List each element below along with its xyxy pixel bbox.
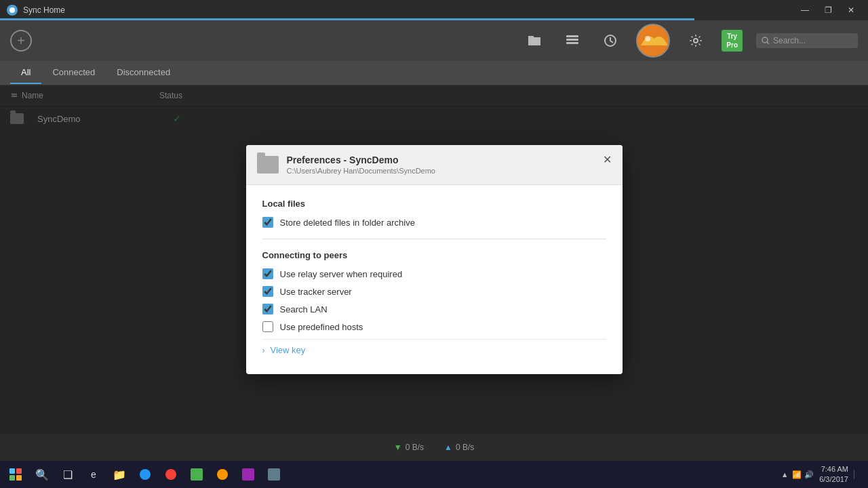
window-controls: — ❐ ✕ <box>795 3 861 17</box>
download-speed-value: 0 B/s <box>406 443 424 452</box>
checkbox-tracker-server: Use tracker server <box>262 286 606 297</box>
modal-title: Preferences - SyncDemo <box>287 155 595 165</box>
tab-all[interactable]: All <box>10 62 41 84</box>
toolbar: + Try <box>0 20 868 61</box>
tray-volume-icon[interactable]: 🔊 <box>804 470 814 479</box>
bottom-bar: ▼ 0 B/s ▲ 0 B/s <box>0 434 868 461</box>
modal-folder-icon <box>257 156 279 174</box>
search-icon <box>762 37 770 45</box>
svg-point-7 <box>694 39 698 43</box>
checkbox-search-lan: Search LAN <box>262 304 606 314</box>
svg-point-15 <box>217 469 228 480</box>
history-icon-btn[interactable] <box>598 28 623 53</box>
preferences-modal: Preferences - SyncDemo C:\Users\Aubrey H… <box>246 145 623 374</box>
settings-icon-btn[interactable] <box>684 28 708 53</box>
download-arrow-icon: ▼ <box>394 443 402 452</box>
avatar <box>636 24 670 58</box>
svg-point-12 <box>140 469 151 480</box>
modal-path: C:\Users\Aubrey Han\Documents\SyncDemo <box>287 167 595 175</box>
svg-point-0 <box>9 7 15 13</box>
modal-header: Preferences - SyncDemo C:\Users\Aubrey H… <box>246 145 623 185</box>
taskbar-app5[interactable] <box>236 462 260 487</box>
tracker-server-label: Use tracker server <box>280 287 352 297</box>
taskbar-app1[interactable] <box>133 462 157 487</box>
tab-disconnected[interactable]: Disconnected <box>106 62 181 84</box>
upload-speed: ▲ 0 B/s <box>444 443 474 452</box>
restore-button[interactable]: ❐ <box>818 3 838 17</box>
taskbar-app6[interactable] <box>262 462 286 487</box>
taskbar-app4[interactable] <box>210 462 235 487</box>
plus-icon: + <box>17 33 25 49</box>
taskbar-app2[interactable] <box>159 462 183 487</box>
relay-server-checkbox[interactable] <box>262 268 273 279</box>
view-key-label: View key <box>271 345 306 355</box>
section-divider <box>262 239 606 239</box>
download-speed: ▼ 0 B/s <box>394 443 424 452</box>
search-lan-checkbox[interactable] <box>262 304 273 314</box>
windows-icon <box>9 468 22 481</box>
svg-rect-17 <box>268 468 280 481</box>
taskbar-app3[interactable] <box>184 462 209 487</box>
tab-connected[interactable]: Connected <box>41 62 106 84</box>
taskbar-right: ▲ 📶 🔊 7:46 AM 6/3/2017 <box>780 464 865 485</box>
tray-network-icon[interactable]: 📶 <box>792 470 802 479</box>
app-title: Sync Home <box>23 5 65 15</box>
modal-close-button[interactable]: ✕ <box>603 155 612 165</box>
section-connecting-peers-heading: Connecting to peers <box>262 250 606 260</box>
tracker-server-checkbox[interactable] <box>262 286 273 297</box>
content-area: Name Status SyncDemo ✓ Preferences - Syn… <box>0 85 868 434</box>
minimize-button[interactable]: — <box>795 3 815 17</box>
folder-icon-btn[interactable] <box>522 28 547 53</box>
svg-point-13 <box>165 469 176 480</box>
svg-point-6 <box>645 36 650 41</box>
tabs: All Connected Disconnected <box>0 61 868 85</box>
add-button[interactable]: + <box>10 30 32 52</box>
show-desktop-btn[interactable] <box>854 470 859 479</box>
taskbar-explorer[interactable]: 📁 <box>107 462 132 487</box>
upload-arrow-icon: ▲ <box>444 443 452 452</box>
app-icon <box>7 5 18 16</box>
checkbox-predefined-hosts: Use predefined hosts <box>262 321 606 332</box>
relay-server-label: Use relay server when required <box>280 269 403 279</box>
tray-icon-1[interactable]: ▲ <box>780 470 789 479</box>
taskbar-task-view[interactable]: ❑ <box>56 462 80 487</box>
toolbar-icons: Try Pro <box>522 24 743 58</box>
predefined-hosts-checkbox[interactable] <box>262 321 273 332</box>
search-lan-label: Search LAN <box>280 304 328 314</box>
close-button[interactable]: ✕ <box>841 3 861 17</box>
start-button[interactable] <box>3 462 28 487</box>
chevron-right-icon: › <box>262 346 265 355</box>
svg-rect-14 <box>191 468 203 481</box>
checkbox-relay-server: Use relay server when required <box>262 268 606 279</box>
section-local-files-heading: Local files <box>262 199 606 209</box>
upload-speed-value: 0 B/s <box>456 443 474 452</box>
title-bar: Sync Home — ❐ ✕ <box>0 0 868 20</box>
feed-icon-btn[interactable] <box>560 28 585 53</box>
store-deleted-checkbox[interactable] <box>262 217 273 228</box>
system-tray: ▲ 📶 🔊 <box>780 470 814 479</box>
modal-header-text: Preferences - SyncDemo C:\Users\Aubrey H… <box>287 155 595 175</box>
search-input[interactable] <box>773 36 841 45</box>
try-pro-badge[interactable]: Try Pro <box>722 30 743 52</box>
modal-overlay: Preferences - SyncDemo C:\Users\Aubrey H… <box>0 85 868 434</box>
taskbar-edge[interactable]: e <box>81 462 106 487</box>
clock-date: 6/3/2017 <box>819 474 848 485</box>
svg-point-8 <box>762 37 768 43</box>
store-deleted-label: Store deleted files in folder archive <box>280 218 415 228</box>
clock[interactable]: 7:46 AM 6/3/2017 <box>819 464 848 485</box>
clock-time: 7:46 AM <box>819 464 848 474</box>
svg-rect-3 <box>566 42 578 44</box>
app-area: + Try <box>0 20 868 461</box>
svg-rect-1 <box>566 35 578 37</box>
checkbox-store-deleted: Store deleted files in folder archive <box>262 217 606 228</box>
progress-bar <box>0 18 694 20</box>
svg-rect-16 <box>242 468 254 481</box>
taskbar-search[interactable]: 🔍 <box>30 462 54 487</box>
svg-line-9 <box>767 42 769 44</box>
taskbar: 🔍 ❑ e 📁 ▲ 📶 🔊 7:46 AM 6/3/2017 <box>0 461 868 488</box>
search-box[interactable] <box>756 33 858 48</box>
view-key-row[interactable]: › View key <box>262 339 606 361</box>
svg-rect-2 <box>566 39 578 41</box>
title-bar-left: Sync Home <box>7 5 65 16</box>
taskbar-items: 🔍 ❑ e 📁 <box>30 462 778 487</box>
